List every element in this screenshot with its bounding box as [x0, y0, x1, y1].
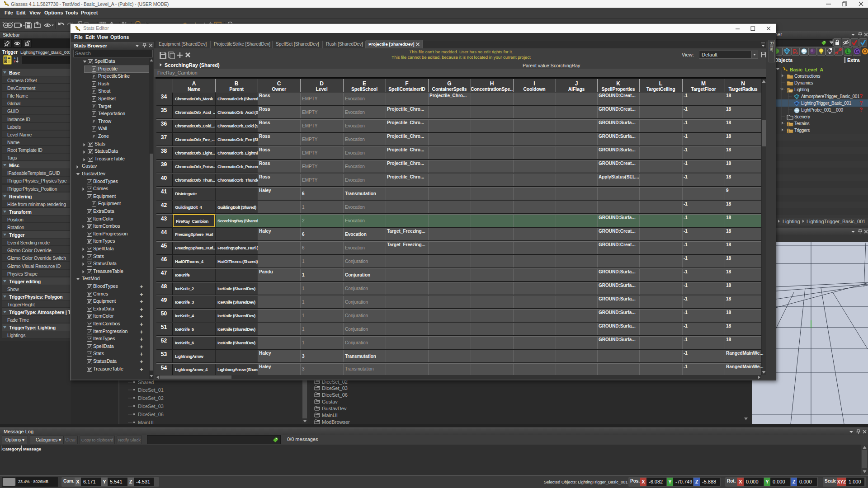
- svg-text:G: G: [855, 48, 859, 55]
- svg-text:D: D: [793, 48, 797, 54]
- svg-text:L: L: [846, 48, 849, 55]
